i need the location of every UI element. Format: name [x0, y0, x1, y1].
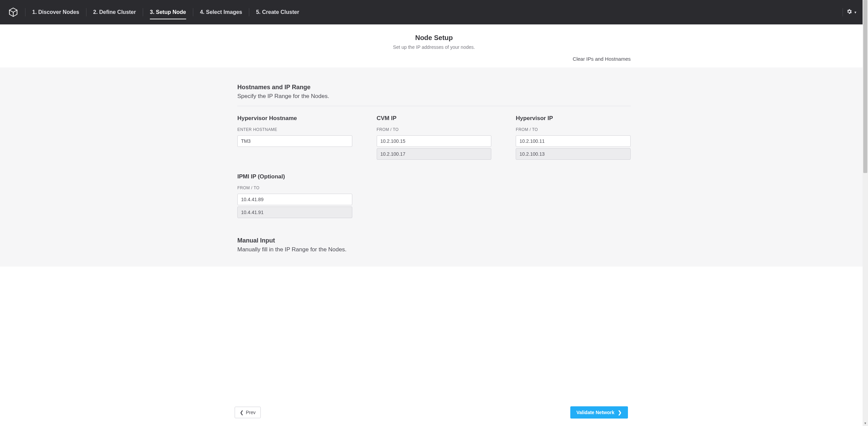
divider [237, 106, 631, 106]
field-label: Hypervisor Hostname [237, 115, 352, 122]
cvm-ip-to-input[interactable] [377, 148, 492, 160]
field-sublabel: ENTER HOSTNAME [237, 127, 352, 132]
section-manual-input: Manual Input Manually fill in the IP Ran… [237, 237, 631, 253]
step-setup-node[interactable]: 3. Setup Node [143, 6, 193, 18]
section-desc: Specify the IP Range for the Nodes. [237, 93, 631, 100]
field-label: IPMI IP (Optional) [237, 173, 352, 180]
section-desc: Manually fill in the IP Range for the No… [237, 246, 631, 253]
step-discover-nodes[interactable]: 1. Discover Nodes [25, 6, 86, 18]
field-label: CVM IP [377, 115, 492, 122]
field-sublabel: FROM / TO [516, 127, 631, 132]
hypervisor-ip-group: Hypervisor IP FROM / TO [516, 115, 631, 160]
clear-link-wrap: Clear IPs and Hostnames [235, 56, 633, 62]
step-create-cluster[interactable]: 5. Create Cluster [249, 6, 306, 18]
section-title: Hostnames and IP Range [237, 84, 631, 91]
clear-ips-button[interactable]: Clear IPs and Hostnames [573, 56, 631, 62]
scrollbar[interactable]: ▲ ▼ [863, 0, 868, 301]
scrollbar-thumb[interactable] [863, 0, 867, 173]
section-title: Manual Input [237, 237, 631, 244]
page-subtitle: Set up the IP addresses of your nodes. [0, 44, 868, 50]
ipmi-ip-from-input[interactable] [237, 194, 352, 205]
ip-fields-row: Hypervisor Hostname ENTER HOSTNAME CVM I… [237, 115, 631, 160]
page-title-block: Node Setup Set up the IP addresses of yo… [0, 34, 868, 50]
ipmi-row: IPMI IP (Optional) FROM / TO [237, 173, 631, 218]
hypervisor-hostname-group: Hypervisor Hostname ENTER HOSTNAME [237, 115, 352, 160]
gear-icon [846, 8, 852, 16]
settings-menu[interactable]: ▾ [843, 6, 860, 18]
hypervisor-hostname-input[interactable] [237, 135, 352, 147]
chevron-down-icon: ▾ [854, 10, 856, 15]
section-hostnames-iprange: Hostnames and IP Range Specify the IP Ra… [237, 84, 631, 100]
cvm-ip-group: CVM IP FROM / TO [377, 115, 492, 160]
page-title: Node Setup [0, 34, 868, 42]
logo-icon[interactable] [8, 7, 18, 17]
step-select-images[interactable]: 4. Select Images [193, 6, 249, 18]
field-label: Hypervisor IP [516, 115, 631, 122]
field-sublabel: FROM / TO [377, 127, 492, 132]
ipmi-ip-group: IPMI IP (Optional) FROM / TO [237, 173, 352, 218]
step-define-cluster[interactable]: 2. Define Cluster [86, 6, 143, 18]
wizard-steps: 1. Discover Nodes 2. Define Cluster 3. S… [25, 6, 306, 18]
field-sublabel: FROM / TO [237, 186, 352, 190]
cvm-ip-from-input[interactable] [377, 135, 492, 147]
top-header: 1. Discover Nodes 2. Define Cluster 3. S… [0, 0, 868, 24]
hypervisor-ip-to-input[interactable] [516, 148, 631, 160]
ipmi-ip-to-input[interactable] [237, 207, 352, 218]
hypervisor-ip-from-input[interactable] [516, 135, 631, 147]
form-panel: Hostnames and IP Range Specify the IP Ra… [0, 67, 868, 267]
